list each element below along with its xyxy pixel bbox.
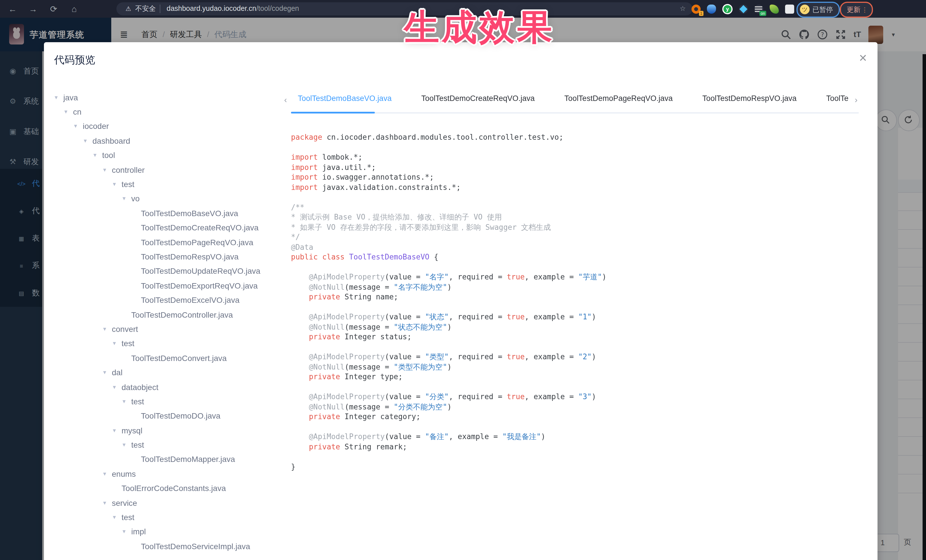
code-line: import lombok.*; bbox=[291, 152, 607, 162]
caret-down-icon: ▼ bbox=[121, 196, 131, 202]
tree-folder[interactable]: ▼test bbox=[51, 177, 288, 192]
code-line: */ bbox=[291, 232, 607, 242]
caret-down-icon: ▼ bbox=[121, 529, 131, 534]
caret-down-icon: ▼ bbox=[112, 341, 121, 346]
browser-reload-icon[interactable]: ⟳ bbox=[47, 0, 61, 18]
code-line: * 如果子 VO 存在差异的字段，请不要添加到这里，影响 Swagger 文档生… bbox=[291, 222, 607, 232]
code-line: } bbox=[291, 462, 607, 472]
caret-down-icon: ▼ bbox=[102, 500, 112, 506]
caret-down-icon: ▼ bbox=[121, 398, 131, 404]
dialog-title: 代码预览 bbox=[54, 53, 95, 67]
code-line: import java.util.*; bbox=[291, 162, 607, 172]
tree-file[interactable]: ▼ToolTestDemoRespVO.java bbox=[51, 249, 288, 264]
ext-greeny-icon[interactable]: y bbox=[722, 4, 732, 14]
code-line bbox=[291, 452, 607, 462]
file-tabs: ‹ ToolTestDemoBaseVO.javaToolTestDemoCre… bbox=[291, 91, 859, 114]
browser-home-icon[interactable]: ⌂ bbox=[67, 0, 81, 18]
caret-down-icon: ▼ bbox=[112, 384, 121, 390]
tree-file[interactable]: ▼ToolTestDemoCreateReqVO.java bbox=[51, 220, 288, 235]
paused-extension-pill[interactable]: ツ 已暂停 bbox=[796, 2, 840, 18]
browser-forward-icon[interactable]: → bbox=[26, 0, 40, 18]
tabs-prev-icon[interactable]: ‹ bbox=[284, 95, 287, 104]
ext-orange-icon[interactable]: 1 bbox=[691, 4, 701, 14]
code-line bbox=[291, 262, 607, 272]
url-text[interactable]: dashboard.yudao.iocoder.cn/tool/codegen bbox=[166, 2, 299, 15]
code-line bbox=[291, 422, 607, 432]
tree-folder[interactable]: ▼test bbox=[51, 510, 288, 525]
file-tree: ▼java▼cn▼iocoder▼dashboard▼tool▼controll… bbox=[51, 90, 288, 560]
tree-file[interactable]: ▼ToolTestDemoBaseVO.java bbox=[51, 206, 288, 220]
tree-folder[interactable]: ▼dal bbox=[51, 365, 288, 380]
tree-file[interactable]: ▼ToolTestDemoDO.java bbox=[51, 409, 288, 423]
code-line bbox=[291, 142, 607, 152]
tab-file[interactable]: ToolTestDemoRespVO.java bbox=[702, 91, 796, 107]
tree-folder[interactable]: ▼iocoder bbox=[51, 119, 288, 134]
tree-folder[interactable]: ▼dashboard bbox=[51, 133, 288, 148]
code-line: import io.swagger.annotations.*; bbox=[291, 172, 607, 182]
tree-folder[interactable]: ▼dataobject bbox=[51, 380, 288, 394]
tree-folder[interactable]: ▼test bbox=[51, 336, 288, 351]
tree-file[interactable]: ▼ToolTestDemoPageReqVO.java bbox=[51, 235, 288, 249]
tab-file[interactable]: ToolTestDemoBaseVO.java bbox=[298, 91, 392, 107]
browser-back-icon[interactable]: ← bbox=[6, 0, 20, 18]
tab-file[interactable]: ToolTestDemoCreateReqVO.java bbox=[421, 91, 535, 107]
close-icon[interactable]: ✕ bbox=[859, 52, 867, 65]
tree-file[interactable]: ▼ToolTestDemoServiceImpl.java bbox=[51, 539, 288, 554]
code-line bbox=[291, 302, 607, 312]
caret-down-icon: ▼ bbox=[92, 152, 102, 158]
tree-folder[interactable]: ▼test bbox=[51, 438, 288, 452]
code-preview-dialog: 代码预览 ✕ ▼java▼cn▼iocoder▼dashboard▼tool▼c… bbox=[44, 42, 878, 560]
code-line: @ApiModelProperty(value = "类型", required… bbox=[291, 352, 607, 362]
ext-diamond-icon[interactable] bbox=[739, 4, 748, 14]
tree-file[interactable]: ▼ToolTestDemoExportReqVO.java bbox=[51, 278, 288, 293]
tree-folder[interactable]: ▼enums bbox=[51, 466, 288, 481]
caret-down-icon: ▼ bbox=[54, 94, 64, 100]
tree-folder[interactable]: ▼convert bbox=[51, 322, 288, 337]
tree-folder[interactable]: ▼service bbox=[51, 495, 288, 510]
tree-folder[interactable]: ▼tool bbox=[51, 148, 288, 163]
tree-folder[interactable]: ▼java bbox=[51, 90, 288, 105]
code-line: @NotNull(message = "类型不能为空") bbox=[291, 362, 607, 372]
tree-file[interactable]: ▼ToolTestDemoUpdateReqVO.java bbox=[51, 264, 288, 278]
tabs-next-icon[interactable]: › bbox=[855, 95, 858, 104]
code-line: public class ToolTestDemoBaseVO { bbox=[291, 252, 607, 262]
caret-down-icon: ▼ bbox=[83, 138, 92, 144]
code-line: private Integer category; bbox=[291, 412, 607, 422]
tab-file[interactable]: ToolTe bbox=[826, 91, 849, 107]
tree-folder[interactable]: ▼cn bbox=[51, 105, 288, 119]
tree-folder[interactable]: ▼impl bbox=[51, 524, 288, 539]
tabs-active-bar bbox=[291, 112, 375, 113]
ext-leaf-icon[interactable] bbox=[770, 4, 779, 14]
tree-file[interactable]: ▼ToolTestDemoMapper.java bbox=[51, 452, 288, 467]
browser-update-button[interactable]: 更新 ⋮ bbox=[840, 2, 873, 18]
bookmark-star-icon[interactable]: ☆ bbox=[679, 2, 686, 15]
code-line: * 测试示例 Base VO，提供给添加、修改、详细的子 VO 使用 bbox=[291, 212, 607, 222]
caret-down-icon: ▼ bbox=[112, 181, 121, 187]
browser-menu-dots-icon[interactable]: ⋮ bbox=[861, 3, 868, 17]
code-line bbox=[291, 342, 607, 352]
tree-file[interactable]: ▼ToolTestDemoExcelVO.java bbox=[51, 293, 288, 307]
tab-file[interactable]: ToolTestDemoPageReqVO.java bbox=[564, 91, 673, 107]
ext-puzzle-icon[interactable] bbox=[785, 4, 794, 14]
tree-file[interactable]: ▼ToolErrorCodeConstants.java bbox=[51, 481, 288, 495]
code-viewer: package cn.iocoder.dashboard.modules.too… bbox=[291, 132, 607, 472]
tree-folder[interactable]: ▼mysql bbox=[51, 423, 288, 438]
caret-down-icon: ▼ bbox=[102, 326, 112, 332]
emoji-face-icon: ツ bbox=[800, 5, 809, 14]
code-line: import javax.validation.constraints.*; bbox=[291, 182, 607, 192]
tree-file[interactable]: ▼ToolTestDemoConvert.java bbox=[51, 351, 288, 365]
tree-folder[interactable]: ▼controller bbox=[51, 163, 288, 177]
caret-down-icon: ▼ bbox=[73, 124, 83, 129]
code-line: /** bbox=[291, 202, 607, 212]
tree-folder[interactable]: ▼vo bbox=[51, 191, 288, 206]
warning-icon: ⚠ bbox=[126, 2, 131, 15]
ext-blue-icon[interactable] bbox=[707, 4, 716, 14]
tree-file[interactable]: ▼ToolTestDemoController.java bbox=[51, 307, 288, 322]
code-line bbox=[291, 382, 607, 392]
not-secure-label[interactable]: 不安全 bbox=[135, 2, 156, 15]
ext-list-icon[interactable]: on bbox=[754, 4, 763, 14]
code-line bbox=[291, 192, 607, 202]
tree-folder[interactable]: ▼test bbox=[51, 394, 288, 409]
extensions-row: 1yon bbox=[691, 2, 794, 15]
caret-down-icon: ▼ bbox=[121, 442, 131, 448]
